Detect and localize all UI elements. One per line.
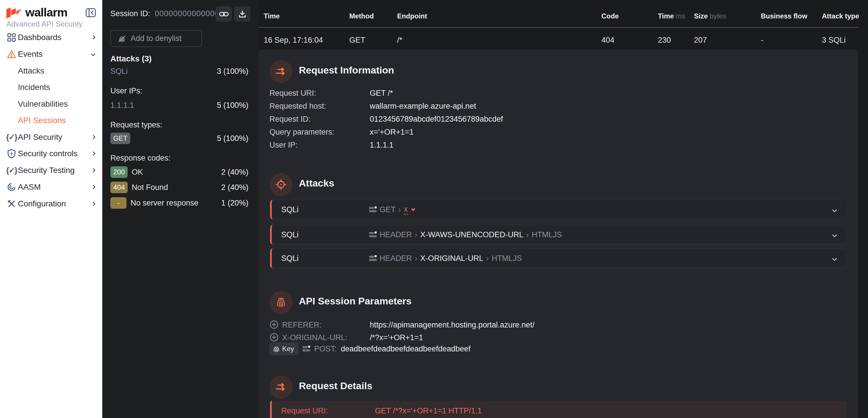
chevron-down-icon: [92, 52, 95, 57]
row-cell-method[interactable]: GET: [349, 36, 365, 45]
status-count: 2 (40%): [221, 168, 248, 177]
response-code-row: - No server response 1 (20%): [111, 197, 248, 209]
chevron-right-icon: [92, 201, 95, 206]
expand-chevron-icon[interactable]: [833, 208, 836, 213]
expand-chevron-icon[interactable]: [833, 256, 836, 262]
key-badge-label: Key: [282, 345, 294, 353]
sidebar-item-api-sessions[interactable]: API Sessions: [0, 114, 102, 127]
sidebar-item-vulnerabilities[interactable]: Vulnerabilities: [0, 97, 102, 111]
double-chevron-down-icon[interactable]: [412, 208, 415, 211]
plus-circle-icon[interactable]: [270, 320, 279, 329]
row-cell-endpoint[interactable]: /*: [397, 36, 402, 45]
col-header-method[interactable]: Method: [349, 12, 374, 20]
chevron-right-icon: [92, 168, 95, 173]
col-header-endpoint[interactable]: Endpoint: [397, 12, 427, 20]
denylist-button-label: Add to denylist: [130, 34, 182, 43]
attacks-icon-circle: [270, 173, 292, 196]
session-params-icon-circle: [270, 291, 292, 314]
sidebar-item-security-controls[interactable]: Security controls: [0, 147, 102, 160]
attack-row-3[interactable]: SQLi HEADER › X-ORIGINAL-URL › HTMLJS: [270, 248, 846, 268]
attack-row-type: SQLi: [281, 205, 299, 214]
attack-source: GET: [379, 205, 396, 214]
attack-row-2[interactable]: SQLi HEADER › X-WAWS-UNENCODED-URL › HTM…: [270, 225, 846, 244]
request-details-icon-circle: [270, 376, 292, 399]
table-header-divider: [258, 27, 858, 28]
attack-row-type: SQLi: [281, 230, 299, 239]
expand-chevron-icon[interactable]: [833, 233, 836, 238]
add-to-denylist-button[interactable]: Add to denylist: [111, 30, 202, 47]
request-detail-card: Request Information Request URI: GET /* …: [258, 50, 858, 418]
row-cell-business-flow[interactable]: -: [761, 36, 764, 45]
request-uri-highlight-row[interactable]: Request URI: GET /*?x='+OR+1=1 HTTP/1.1: [270, 401, 846, 418]
chevron-right-icon: [92, 35, 95, 40]
attack-param: X-WAWS-UNENCODED-URL: [420, 230, 523, 239]
x-original-url-label: X-ORIGINAL-URL:: [282, 333, 347, 342]
response-codes-label: Response codes:: [111, 154, 170, 162]
sidebar-item-label: API Security: [18, 132, 62, 142]
attack-tag: HTMLJS: [532, 230, 562, 239]
attack-param-malicious[interactable]: x: [404, 205, 408, 215]
row-cell-time[interactable]: 16 Sep, 17:16:04: [264, 36, 323, 45]
referer-label: REFERER:: [282, 321, 321, 329]
sidebar-item-label: Events: [18, 50, 43, 59]
status-count: 1 (20%): [221, 199, 248, 208]
chevron-right-icon: [92, 184, 95, 190]
sidebar-item-events[interactable]: Events: [0, 48, 102, 61]
wallarm-app: wallarm Advanced API Security Dashboards: [0, 0, 868, 418]
sidebar-collapse-icon[interactable]: [86, 8, 96, 17]
sidebar-item-security-testing[interactable]: {✓} Security Testing: [0, 164, 102, 177]
status-name: No server response: [130, 199, 198, 208]
link-icon: [219, 11, 229, 17]
brand-subtitle: Advanced API Security: [6, 20, 83, 29]
user-ip-count: 5 (100%): [217, 101, 248, 110]
request-types-label: Request types:: [111, 120, 162, 129]
chevron-right-icon: [92, 135, 95, 140]
row-cell-attack-type[interactable]: 3 SQLi: [822, 36, 846, 45]
field-value: GET /*: [370, 89, 393, 98]
attack-row-1[interactable]: SQLi GET › x: [270, 200, 846, 219]
col-header-size[interactable]: Size bytes: [694, 12, 726, 20]
copy-link-button[interactable]: [216, 6, 232, 22]
sidebar-item-api-security[interactable]: {✓} API Security: [0, 130, 102, 144]
attack-source: HEADER: [379, 230, 412, 239]
method-badge: GET: [111, 132, 130, 144]
field-label: Query parameters:: [270, 128, 334, 137]
status-badge-none: -: [111, 197, 126, 209]
sidebar-item-attacks[interactable]: Attacks: [0, 64, 102, 78]
sidebar-item-label: Security Testing: [18, 166, 75, 175]
col-header-attack-type[interactable]: Attack type: [822, 12, 859, 20]
plus-circle-icon[interactable]: [270, 333, 279, 342]
attack-row-type: SQLi: [281, 254, 299, 263]
row-cell-time-ms[interactable]: 230: [658, 36, 671, 45]
sidebar-item-incidents[interactable]: Incidents: [0, 81, 102, 94]
fingerprint-icon: [273, 345, 280, 353]
sidebar-item-label: Attacks: [18, 66, 44, 76]
session-id-label: Session ID:: [111, 9, 150, 18]
field-label: Request ID:: [270, 115, 311, 124]
col-header-time-ms[interactable]: Time ms: [658, 12, 685, 20]
param-location-icon: [369, 255, 377, 262]
attack-type-link[interactable]: SQLi: [111, 67, 128, 76]
post-value: deadbeefdeadbeefdeadbeefdeadbeef: [341, 345, 470, 353]
row-cell-code[interactable]: 404: [601, 36, 614, 45]
crosshair-icon: [276, 179, 286, 190]
status-count: 2 (40%): [221, 183, 248, 192]
breadcrumb-separator: ›: [526, 230, 529, 239]
sidebar-item-configuration[interactable]: Configuration: [0, 197, 102, 210]
fingerprint-deny-icon: [117, 34, 126, 43]
user-ip-link[interactable]: 1.1.1.1: [111, 101, 134, 110]
double-arrow-icon: [276, 67, 286, 76]
request-uri-label: Request URI:: [281, 407, 328, 415]
sidebar-item-dashboards[interactable]: Dashboards: [0, 31, 102, 44]
row-cell-size[interactable]: 207: [694, 36, 707, 45]
sidebar-item-label: Dashboards: [18, 33, 61, 42]
attack-type-count: 3 (100%): [217, 67, 248, 76]
download-button[interactable]: [234, 6, 250, 22]
col-header-code[interactable]: Code: [601, 12, 619, 20]
sidebar-item-label: Security controls: [18, 149, 78, 158]
col-header-business-flow[interactable]: Business flow: [761, 12, 807, 20]
col-header-time[interactable]: Time: [264, 12, 280, 20]
field-label: Requested host:: [270, 102, 326, 111]
field-label: Request URI:: [270, 89, 316, 98]
sidebar-item-aasm[interactable]: AASM: [0, 180, 102, 194]
